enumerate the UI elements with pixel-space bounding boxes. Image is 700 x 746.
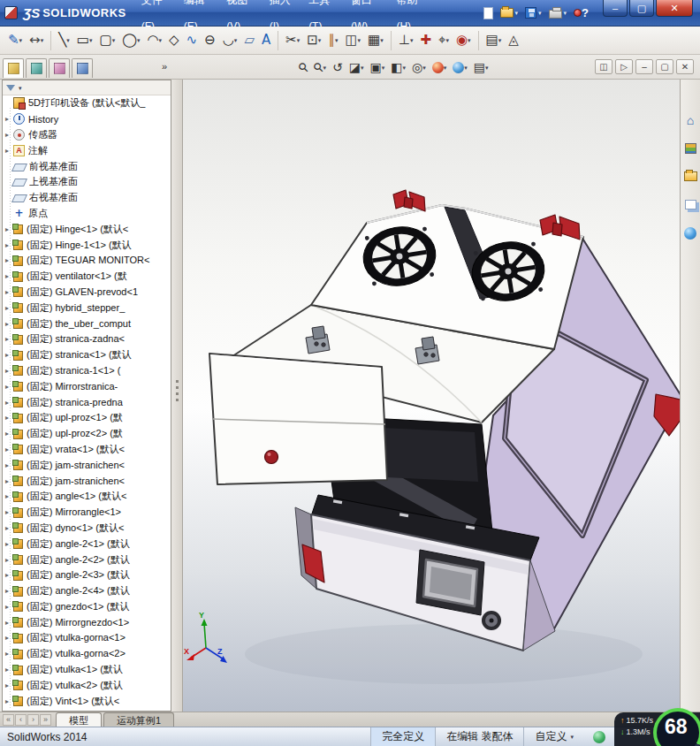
expand-arrow-icon[interactable]: ▸	[5, 147, 13, 155]
tree-item[interactable]: ▸ (固定) Hinge<1> (默认<	[3, 221, 171, 237]
status-custom-dropdown[interactable]: 自定义 ▾	[523, 727, 584, 746]
tree-item[interactable]: ▸ (固定) jam-stranichen<	[3, 457, 171, 473]
doc-restore-button[interactable]: ▢	[656, 59, 673, 74]
dropdown-arrow-icon[interactable]: ▾	[403, 65, 407, 71]
fillet-button[interactable]: ◡ ▾	[219, 29, 241, 52]
tab-scroll-button[interactable]: »	[40, 714, 51, 726]
tree-item[interactable]: ▸ (固定) angle-2<4> (默认	[3, 583, 171, 599]
featuremanager-tab[interactable]	[3, 58, 24, 78]
dropdown-arrow-icon[interactable]: ▾	[358, 37, 361, 43]
tree-item[interactable]: ▸ (固定) Vint<1> (默认<	[3, 693, 171, 709]
dropdown-arrow-icon[interactable]: ▾	[422, 65, 426, 71]
tree-item[interactable]: ▸ 注解	[3, 142, 171, 158]
tree-item[interactable]: ▸ 传感器	[3, 127, 171, 143]
record-indicator[interactable]	[574, 9, 582, 17]
tree-item[interactable]: ▸ (固定) ventilator<1> (默	[3, 269, 171, 285]
dropdown-arrow-icon[interactable]: ▾	[66, 37, 70, 43]
print-button[interactable]: ▾	[549, 7, 567, 19]
line-button[interactable]: ╲ ▾	[55, 29, 73, 52]
tree-item[interactable]: ▸ (固定) vrata<1> (默认<	[3, 442, 171, 458]
dropdown-arrow-icon[interactable]: ▾	[564, 10, 567, 16]
tab-scroll-button[interactable]: «	[3, 714, 14, 726]
tree-item[interactable]: ▸ (固定) angle-2<1> (默认	[3, 536, 171, 552]
solidworks-resources-tab[interactable]: ⌂	[682, 111, 699, 128]
open-document-button[interactable]: ▾	[500, 8, 519, 18]
rectangle-button[interactable]: ▭ ▾	[73, 29, 96, 52]
tab-scroll-button[interactable]: ‹	[15, 714, 27, 726]
dropdown-arrow-icon[interactable]: ▾	[445, 37, 449, 43]
display-relations-button[interactable]: ⊥ ▾	[395, 29, 417, 52]
boost-score-circle[interactable]: 68	[653, 708, 700, 746]
tree-item[interactable]: ▸ (固定) upl-proz<2> (默	[3, 426, 171, 442]
dropdown-arrow-icon[interactable]: ▾	[468, 37, 471, 43]
tree-item[interactable]: ▸ 原点	[3, 206, 171, 222]
tree-item[interactable]: ▸ (固定) GLAVEN-prevod<1	[3, 285, 171, 301]
tree-item[interactable]: ▸ (固定) vtulka-gorna<1>	[3, 630, 171, 646]
tree-item[interactable]: ▸ (固定) Hinge-1<1> (默认	[3, 237, 171, 253]
dropdown-arrow-icon[interactable]: ▾	[159, 37, 163, 43]
quick-snaps-button[interactable]: ⌖ ▾	[435, 29, 453, 52]
repair-sketch-button[interactable]: ✚	[416, 29, 435, 52]
convert-entities-button[interactable]: ⊡ ▾	[303, 29, 324, 52]
tree-item[interactable]: ▸ 右视基准面	[3, 190, 171, 206]
dropdown-arrow-icon[interactable]: ▾	[112, 37, 116, 43]
text-button[interactable]: A	[258, 29, 274, 52]
tree-item[interactable]: ▸ 上视基准面	[3, 174, 171, 190]
spline-button[interactable]: ∿	[183, 29, 202, 52]
dropdown-arrow-icon[interactable]: ▾	[444, 65, 447, 71]
tree-item[interactable]: ▸ (固定) the_uber_comput	[3, 316, 171, 331]
offset-entities-button[interactable]: ∥ ▾	[324, 29, 341, 52]
view-palette-tab[interactable]	[682, 196, 699, 213]
configurationmanager-tab[interactable]	[49, 58, 70, 78]
tree-item[interactable]: ▸ (固定) stranica-predna	[3, 394, 171, 410]
tree-item[interactable]: ▸ (固定) vtulka<1> (默认	[3, 662, 171, 678]
fm-tabs-overflow-chevron[interactable]: »	[162, 61, 167, 72]
expand-arrow-icon[interactable]: ▸	[5, 131, 13, 139]
zoom-fit-button[interactable]: ⚲	[297, 57, 309, 77]
dropdown-arrow-icon[interactable]: ▾	[318, 37, 322, 43]
tree-item[interactable]: ▸ (固定) stranica-zadna<	[3, 331, 171, 347]
dropdown-arrow-icon[interactable]: ▾	[380, 37, 384, 43]
maximize-button[interactable]: ▢	[629, 0, 654, 17]
dropdown-arrow-icon[interactable]: ▾	[41, 37, 44, 43]
dropdown-arrow-icon[interactable]: ▾	[464, 65, 468, 71]
doc-close-button[interactable]: ✕	[676, 59, 694, 74]
tab-motion-study-1[interactable]: 运动算例1	[103, 712, 174, 727]
edit-appearance-button[interactable]: ▾	[430, 57, 449, 77]
net-speed-overlay[interactable]: ↑ 15.7K/s ↓ 1.3M/s 68	[614, 712, 700, 746]
dropdown-arrow-icon[interactable]: ▾	[297, 37, 301, 43]
dropdown-arrow-icon[interactable]: ▾	[410, 37, 414, 43]
trim-entities-button[interactable]: ✂ ▾	[282, 29, 303, 52]
dropdown-arrow-icon[interactable]: ▾	[538, 10, 542, 16]
tree-item[interactable]: ▸ (固定) Mirrorgnezdo<1>	[3, 614, 171, 630]
appearances-scenes-tab[interactable]	[682, 225, 699, 241]
dropdown-arrow-icon[interactable]: ▾	[485, 65, 489, 71]
dimxpertmanager-tab[interactable]	[72, 58, 93, 78]
arc-button[interactable]: ◠ ▾	[143, 29, 165, 52]
propertymanager-tab[interactable]	[26, 58, 47, 78]
section-view-button[interactable]: ◪ ▾	[347, 57, 366, 77]
ellipse-button[interactable]: ⊖	[201, 29, 219, 52]
dropdown-arrow-icon[interactable]: ▾	[498, 37, 502, 43]
file-explorer-tab[interactable]	[682, 168, 699, 185]
filter-dropdown-arrow[interactable]: ▾	[19, 85, 22, 91]
polygon-button[interactable]: ◇	[165, 29, 183, 52]
dropdown-arrow-icon[interactable]: ▾	[361, 65, 364, 71]
dropdown-arrow-icon[interactable]: ▾	[335, 37, 339, 43]
dropdown-arrow-icon[interactable]: ▾	[137, 37, 141, 43]
save-document-button[interactable]: ▾	[525, 7, 542, 19]
new-document-button[interactable]	[483, 7, 493, 19]
tree-item[interactable]: ▸ (固定) stranica-1<1> (	[3, 363, 171, 379]
slot-button[interactable]: ▢ ▾	[95, 29, 118, 52]
panel-splitter[interactable]	[171, 80, 183, 712]
sketch-button[interactable]: ✎ ▾	[4, 29, 26, 52]
tree-item[interactable]: ▸ (固定) TEGUAR MONITOR<	[3, 253, 171, 269]
mirror-entities-button[interactable]: ◫ ▾	[341, 29, 364, 52]
previous-view-button[interactable]: ↺	[331, 57, 345, 77]
graphics-viewport[interactable]: X Y Z	[183, 80, 680, 712]
tree-filter-bar[interactable]: ▾	[3, 80, 171, 95]
dropdown-arrow-icon[interactable]: ▾	[382, 65, 385, 71]
tree-item[interactable]: ▸ (固定) stranica<1> (默认	[3, 347, 171, 363]
smart-dimension-button[interactable]: ↔ ▾	[26, 29, 47, 52]
doc-cascade-button[interactable]: ◫	[595, 59, 612, 74]
